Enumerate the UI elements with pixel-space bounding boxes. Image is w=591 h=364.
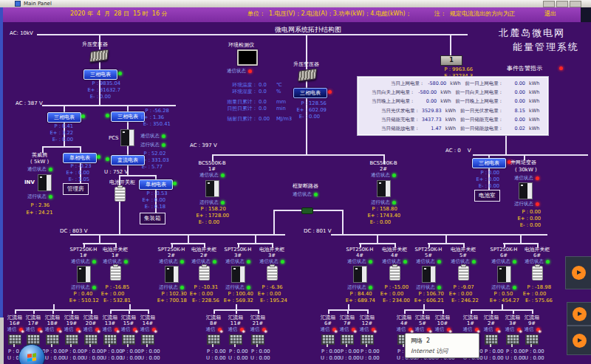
device-number: 4# bbox=[400, 320, 408, 326]
env-monitor-icon[interactable] bbox=[237, 49, 258, 66]
inverter-icon[interactable] bbox=[497, 266, 511, 283]
pcs-icon[interactable] bbox=[120, 129, 134, 146]
status-dot bbox=[221, 201, 225, 205]
values: P :158.20E+ :1728.00E- :0.00 bbox=[195, 206, 229, 226]
battery-icon[interactable] bbox=[115, 187, 126, 202]
value-prefix: E+ : bbox=[195, 213, 207, 219]
value-row: E+ :0.00 bbox=[256, 291, 281, 298]
daily-label: 前一日光伏发电量 : bbox=[460, 108, 502, 114]
solar-panel-icon[interactable] bbox=[251, 334, 264, 345]
battery-icon[interactable] bbox=[199, 266, 210, 281]
solar-panel-icon[interactable] bbox=[506, 334, 519, 345]
solar-panel-icon[interactable] bbox=[8, 334, 21, 345]
settings-gear-button-2[interactable] bbox=[567, 302, 591, 326]
units-label: 单位： 1.电压(V)；2.电流(A)；3.功率(kW)；4.电能(kWh)； bbox=[247, 10, 411, 18]
solar-panel-icon[interactable] bbox=[341, 334, 354, 345]
device-number: 3# bbox=[234, 253, 242, 258]
value-prefix: P : bbox=[488, 291, 500, 298]
settings-gear-button-1[interactable] bbox=[565, 256, 591, 289]
exit-button[interactable]: 退出 bbox=[544, 10, 556, 18]
status-dot bbox=[173, 182, 177, 185]
values: P :106.70E+ :606.21 bbox=[413, 291, 444, 304]
device-number: 1# bbox=[467, 320, 474, 326]
value: 0.00 bbox=[533, 348, 544, 355]
value-row: P :-18.98 bbox=[522, 284, 551, 291]
grid-inverter-icon[interactable] bbox=[519, 182, 533, 199]
solar-panel-icon[interactable] bbox=[485, 334, 498, 345]
inverter-icon[interactable] bbox=[231, 266, 245, 283]
solar-panel-icon[interactable] bbox=[65, 334, 78, 345]
meter-single-phase-mgmt[interactable]: 单相电表 bbox=[63, 153, 97, 163]
main-meter-box[interactable]: 1 bbox=[440, 55, 462, 66]
value: 158.20 bbox=[208, 206, 226, 213]
battery-cabinet-4#: 电池开关柜4#通信状态P :-15.00E+ :0.00E- :234.00 bbox=[375, 247, 414, 304]
connector-line bbox=[70, 234, 285, 236]
battery-room-box[interactable]: 电池室 bbox=[474, 190, 500, 202]
run-status-row: 运行状态 bbox=[27, 193, 52, 200]
solar-panel-icon[interactable] bbox=[525, 334, 539, 345]
close-button[interactable] bbox=[570, 1, 581, 7]
value-prefix: P : bbox=[335, 348, 346, 355]
connector-line bbox=[491, 309, 493, 314]
solar-panel-icon[interactable] bbox=[141, 334, 154, 345]
daily-unit: kWh bbox=[525, 126, 544, 131]
battery-cabinet-6#: 电池开关柜6#通信状态P :-18.98E+ :0.00E- :575.66 bbox=[518, 247, 556, 304]
bcs-inverter-icon[interactable] bbox=[377, 180, 391, 197]
windows-flag-icon bbox=[27, 353, 36, 361]
status-label: 运行状态 bbox=[371, 199, 390, 205]
value-prefix: P : bbox=[68, 291, 80, 298]
status-label: 通信状态 bbox=[159, 258, 178, 264]
meter-three-phase-grid[interactable]: 三相电表 bbox=[83, 69, 117, 80]
scada-main-panel: Main Panel 2020 年 4 月 28 日 15 时 16 分 单位：… bbox=[0, 0, 591, 364]
management-room-box[interactable]: 管理房 bbox=[63, 183, 89, 195]
inverter-icon[interactable] bbox=[422, 266, 436, 283]
settings-gear-button-3[interactable] bbox=[567, 326, 591, 355]
meter-dc[interactable]: 直流电表 bbox=[111, 155, 145, 165]
values: P :0.00U :0.00 bbox=[245, 348, 270, 362]
inverter-icon[interactable] bbox=[353, 266, 367, 283]
status-label: 通信 bbox=[103, 326, 112, 332]
comm-status-row: 通信状态 bbox=[293, 191, 318, 198]
solar-panel-icon[interactable] bbox=[361, 334, 374, 345]
comm-status-row: 通信 bbox=[321, 326, 336, 332]
solar-panel-icon[interactable] bbox=[229, 334, 242, 345]
minimize-button[interactable] bbox=[543, 1, 555, 7]
value: 0.00 bbox=[368, 348, 379, 355]
inverter-icon[interactable] bbox=[165, 266, 179, 283]
meter-single-phase-container[interactable]: 单相电表 bbox=[139, 179, 173, 190]
value-prefix: U : bbox=[2, 355, 14, 362]
env-label: 环境温度 : bbox=[210, 82, 256, 89]
bcs-inverter-icon[interactable] bbox=[205, 180, 219, 197]
battery-icon[interactable] bbox=[267, 266, 278, 281]
meter-three-phase-387[interactable]: 三相电表 bbox=[47, 112, 81, 123]
solar-panel-icon[interactable] bbox=[207, 334, 220, 345]
maximize-button[interactable] bbox=[556, 1, 568, 7]
inverter-icon[interactable] bbox=[38, 174, 52, 191]
battery-icon[interactable] bbox=[110, 266, 121, 281]
battery-icon[interactable] bbox=[389, 266, 400, 281]
env-row: 日照日累计 :0.0min bbox=[210, 106, 292, 112]
solar-panel-icon[interactable] bbox=[27, 334, 40, 345]
status-dot bbox=[392, 201, 396, 205]
status-dot bbox=[106, 114, 109, 117]
solar-panel-icon[interactable] bbox=[46, 334, 59, 345]
inverter-tag: INV bbox=[24, 179, 35, 185]
value-row: E+ :0.00 bbox=[65, 170, 89, 176]
value-row: P :158.20 bbox=[195, 206, 226, 213]
breaker-icon[interactable] bbox=[301, 207, 313, 214]
solar-panel-icon[interactable] bbox=[103, 334, 117, 345]
device-number: 2# bbox=[380, 166, 387, 172]
daily-unit: kWh bbox=[525, 89, 544, 95]
battery-icon[interactable] bbox=[532, 266, 543, 281]
container-box[interactable]: 集装箱 bbox=[140, 213, 165, 224]
solar-panel-icon[interactable] bbox=[84, 334, 98, 345]
meter-three-phase-right[interactable]: 三相电表 bbox=[472, 158, 506, 168]
spt-inverter-4#: SPT250K-H4#通信状态运行状态P :84.40E+ :689.74 bbox=[341, 247, 379, 304]
value-prefix: P : bbox=[116, 348, 128, 355]
inverter-icon[interactable] bbox=[77, 266, 91, 283]
meter-three-phase-pv[interactable]: 三相电表 bbox=[293, 88, 327, 98]
battery-icon[interactable] bbox=[458, 266, 469, 281]
values: P :0.00U :0.00 bbox=[355, 348, 379, 362]
solar-panel-icon[interactable] bbox=[122, 334, 135, 345]
solar-panel-icon[interactable] bbox=[321, 334, 335, 345]
